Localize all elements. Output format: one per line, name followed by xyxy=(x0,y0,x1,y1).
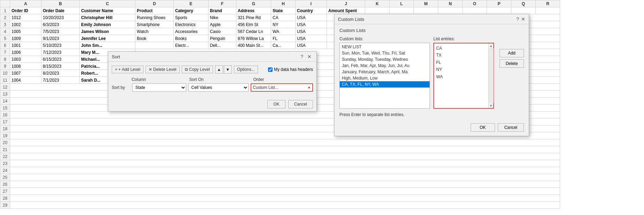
cell[interactable]: Category xyxy=(174,7,209,14)
cell[interactable]: 6/15/2023 xyxy=(41,56,80,63)
entries-scroll-down[interactable]: ▼ xyxy=(489,103,494,108)
cell[interactable] xyxy=(390,7,414,14)
add-level-button[interactable]: + + Add Level xyxy=(112,66,143,73)
cell[interactable]: 9/1/2023 xyxy=(41,35,80,42)
sort-order-box[interactable]: Custom List... ▼ xyxy=(251,83,313,92)
cell[interactable]: Product xyxy=(135,7,174,14)
cell[interactable]: 8/15/2023 xyxy=(41,63,80,70)
cell[interactable]: Penguin xyxy=(209,35,236,42)
col-i[interactable]: I xyxy=(296,0,327,7)
cell[interactable]: Order Date xyxy=(41,7,80,14)
cell[interactable] xyxy=(135,42,174,49)
cell[interactable]: Jennifer Lee xyxy=(80,35,135,42)
col-m[interactable]: M xyxy=(414,0,438,7)
list-item-selected[interactable]: CA, TX, FL, NY, WA xyxy=(340,81,430,88)
cell[interactable]: 7/12/2023 xyxy=(41,49,80,56)
col-f[interactable]: F xyxy=(209,0,236,7)
col-q[interactable]: Q xyxy=(511,0,536,7)
col-n[interactable]: N xyxy=(438,0,463,7)
cell[interactable]: 321 Pine Rd xyxy=(236,14,271,21)
col-l[interactable]: L xyxy=(390,0,414,7)
cell[interactable] xyxy=(438,7,463,14)
cell[interactable]: 1012 xyxy=(10,14,41,21)
cl-close-button[interactable]: ✕ xyxy=(521,16,525,22)
entries-scroll-up[interactable]: ▲ xyxy=(489,43,494,48)
cl-help-button[interactable]: ? xyxy=(516,16,519,22)
cell[interactable]: 1008 xyxy=(10,63,41,70)
cell[interactable]: Casio xyxy=(209,28,236,35)
cell[interactable]: Book xyxy=(135,35,174,42)
cell[interactable]: 10/20/2023 xyxy=(41,14,80,21)
cell[interactable]: USA xyxy=(296,28,327,35)
sort-close-button[interactable]: ✕ xyxy=(306,54,313,59)
cell[interactable]: Smartphone xyxy=(135,21,174,28)
cell[interactable]: Electronics xyxy=(174,21,209,28)
cell[interactable] xyxy=(463,7,487,14)
cell[interactable]: 1009 xyxy=(10,35,41,42)
cell[interactable]: Dell... xyxy=(209,42,236,49)
cell[interactable]: 1007 xyxy=(10,70,41,77)
cell[interactable]: 1006 xyxy=(10,49,41,56)
col-k[interactable]: K xyxy=(365,0,390,7)
column-select[interactable]: State xyxy=(132,83,186,92)
cell[interactable]: John Sm... xyxy=(80,42,135,49)
cell[interactable] xyxy=(365,7,390,14)
cl-list[interactable]: NEW LIST Sun, Mon, Tue, Wed, Thu, Fri, S… xyxy=(340,43,430,108)
sort-on-select[interactable]: Cell Values xyxy=(188,83,249,92)
cell[interactable]: Brand xyxy=(209,7,236,14)
cell[interactable]: Sports xyxy=(174,14,209,21)
cell[interactable]: Books xyxy=(174,35,209,42)
list-item[interactable]: January, February, March, April, Ma xyxy=(340,69,430,75)
cell[interactable]: Emily Johnson xyxy=(80,21,135,28)
cell[interactable]: 1001 xyxy=(10,42,41,49)
my-data-headers-checkbox[interactable] xyxy=(268,67,273,72)
add-list-button[interactable]: Add xyxy=(500,49,524,57)
cell[interactable]: Amount Spent xyxy=(327,7,365,14)
cell[interactable] xyxy=(414,7,438,14)
cell[interactable] xyxy=(511,7,536,14)
delete-list-button[interactable]: Delete xyxy=(500,59,524,68)
cell[interactable] xyxy=(536,7,560,14)
col-r[interactable]: R xyxy=(536,0,560,7)
cell[interactable]: Apple xyxy=(209,21,236,28)
cell[interactable]: WA xyxy=(271,28,296,35)
cell[interactable]: Running Shoes xyxy=(135,14,174,21)
list-item[interactable]: High, Medium, Low xyxy=(340,75,430,81)
cell[interactable]: 456 Elm St xyxy=(236,21,271,28)
cell[interactable]: 8/2/2023 xyxy=(41,70,80,77)
delete-level-button[interactable]: ✕ Delete Level xyxy=(146,66,180,73)
col-e[interactable]: E xyxy=(174,0,209,7)
col-j[interactable]: J xyxy=(327,0,365,7)
cell[interactable]: 1003 xyxy=(10,56,41,63)
cell[interactable] xyxy=(487,7,511,14)
cell[interactable]: NY xyxy=(271,21,296,28)
sort-ok-button[interactable]: OK xyxy=(267,100,285,108)
col-b[interactable]: B xyxy=(41,0,80,7)
cell[interactable]: 1004 xyxy=(10,77,41,84)
cell[interactable]: 5/10/2023 xyxy=(41,42,80,49)
options-button[interactable]: Options... xyxy=(234,66,258,73)
cell[interactable]: Christopher Hill xyxy=(80,14,135,21)
list-item[interactable]: Jan, Feb, Mar, Apr, May, Jun, Jul, Au xyxy=(340,63,430,69)
cell[interactable]: USA xyxy=(296,42,327,49)
cell[interactable]: Address xyxy=(236,7,271,14)
cell[interactable]: 7/1/2023 xyxy=(41,77,80,84)
sort-cancel-button[interactable]: Cancel xyxy=(288,100,313,108)
cell[interactable]: Watch xyxy=(135,28,174,35)
cell[interactable]: USA xyxy=(296,14,327,21)
cell[interactable]: State xyxy=(271,7,296,14)
sort-down-button[interactable]: ▼ xyxy=(224,65,232,74)
cell[interactable]: CA xyxy=(271,14,296,21)
list-item[interactable]: Sunday, Monday, Tuesday, Wednes xyxy=(340,56,430,63)
col-g[interactable]: G xyxy=(236,0,271,7)
col-a[interactable]: A xyxy=(10,0,41,7)
cl-cancel-button[interactable]: Cancel xyxy=(498,123,524,132)
cl-ok-button[interactable]: OK xyxy=(471,123,495,132)
cell[interactable]: Order ID xyxy=(10,7,41,14)
col-c[interactable]: C xyxy=(80,0,135,7)
cell[interactable]: 400 Main St... xyxy=(236,42,271,49)
list-item[interactable]: Sun, Mon, Tue, Wed, Thu, Fri, Sat xyxy=(340,50,430,56)
cell[interactable]: 6/3/2023 xyxy=(41,21,80,28)
cell[interactable]: Customer Name xyxy=(80,7,135,14)
sort-help-button[interactable]: ? xyxy=(299,54,305,59)
